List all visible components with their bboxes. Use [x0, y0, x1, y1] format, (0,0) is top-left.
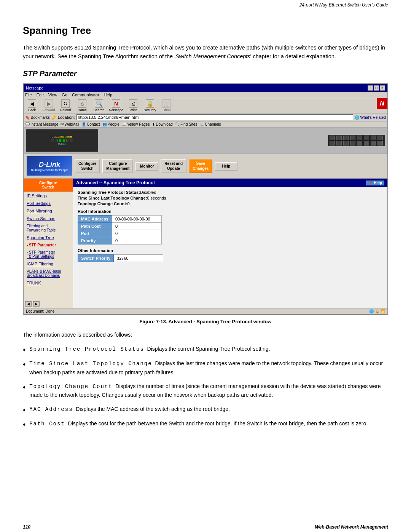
monitor-nav[interactable]: Monitor	[135, 162, 158, 171]
bullet-icon-5: ♦	[23, 420, 25, 428]
titlebar-buttons: − □ ×	[368, 85, 385, 91]
list-item-path-cost: ♦ Path Cost Displays the cost for the pa…	[23, 419, 388, 428]
priority-label: Priority	[78, 237, 112, 244]
menu-edit[interactable]: Edit	[37, 93, 44, 97]
bk-channels[interactable]: 📡Channels	[199, 122, 221, 126]
menu-help[interactable]: Help	[104, 93, 113, 97]
forward-button[interactable]: ▶ Forward	[42, 99, 56, 112]
sidebar: ConfigureSwitch IP Settings Port Setting…	[24, 179, 73, 308]
sidebar-ip-settings[interactable]: IP Settings	[24, 192, 73, 200]
reload-icon: ↻	[61, 99, 70, 108]
menu-go[interactable]: Go	[62, 93, 67, 97]
panel-title: Advanced -- Spanning Tree Protocol	[76, 180, 155, 185]
menu-view[interactable]: View	[48, 93, 57, 97]
dlink-sub-text: Building Networks for People	[31, 169, 68, 171]
menu-file[interactable]: File	[25, 93, 32, 97]
browser-statusbar: Document: Done 🌐 🔒 📶	[24, 308, 387, 314]
home-button[interactable]: ⌂ Home	[75, 99, 89, 112]
bullet-icon-1: ♦	[23, 345, 25, 354]
bk-webmail[interactable]: ✉WebMail	[61, 122, 79, 126]
configure-switch-btn[interactable]: ConfigureSwitch	[24, 179, 73, 192]
description-intro: The information above is described as fo…	[23, 331, 388, 339]
bk-contact[interactable]: 👤Contact	[81, 122, 100, 126]
header-title: 24-port NWay Ethernet Switch User's Guid…	[299, 2, 389, 8]
maximize-button[interactable]: □	[374, 85, 379, 91]
stp-status-line: Spanning Tree Protocol Status:Disabled	[78, 190, 383, 195]
sidebar-filtering[interactable]: Filtering andForwarding Table	[24, 222, 73, 234]
dlink-logo: D-Link Building Networks for People	[27, 156, 72, 176]
address-label: 🔖 Bookmarks	[25, 115, 50, 120]
search-icon: 🔍	[95, 99, 103, 108]
scroll-arrows: ◀ ▶	[24, 300, 41, 308]
browser-window: Netscape − □ × File Edit View Go Communi…	[23, 83, 388, 315]
chapter-title: Spanning Tree	[23, 25, 388, 37]
bk-yellow-pages[interactable]: 📖Yellow Pages	[122, 122, 150, 126]
print-button[interactable]: 🖨 Print	[126, 99, 140, 112]
sidebar-trunk[interactable]: TRUNK	[24, 279, 73, 287]
shop-button[interactable]: 🛒 Shop	[160, 99, 174, 112]
configure-switch-nav[interactable]: ConfigureSwitch	[75, 159, 100, 173]
configure-mgmt-nav[interactable]: ConfigureManagement	[102, 159, 133, 173]
page-header: 24-port NWay Ethernet Switch User's Guid…	[0, 0, 411, 10]
sidebar-switch-settings[interactable]: Switch Settings	[24, 215, 73, 222]
figure-caption: Figure 7-13. Advanced - Spanning Tree Pr…	[23, 319, 388, 324]
topology-change-value: 0 seconds	[147, 196, 166, 200]
search-button[interactable]: 🔍 Search	[92, 99, 106, 112]
save-changes-nav[interactable]: SaveChanges	[189, 159, 212, 173]
menu-communicator[interactable]: Communicator	[72, 93, 99, 97]
other-info-table: Switch Priority 32768	[78, 254, 163, 262]
table-row-priority: Priority 0	[78, 237, 162, 244]
scroll-right[interactable]: ▶	[33, 301, 40, 307]
sidebar-stp-parameter[interactable]: - STP Parameter	[24, 241, 73, 249]
topology-count-line: Topology Change Count:0	[78, 201, 383, 206]
sidebar-spanning-tree[interactable]: Spanning Tree	[24, 234, 73, 241]
bullet-icon-4: ♦	[23, 406, 25, 414]
sidebar-vlans[interactable]: VLANs & MAC-baseBroadcast Domains	[24, 268, 73, 279]
sidebar-port-mirroring[interactable]: Port Mirroring	[24, 207, 73, 215]
bk-download[interactable]: ⬇Download	[152, 122, 172, 126]
reload-button[interactable]: ↻ Reload	[59, 99, 72, 112]
back-icon: ◀	[28, 99, 36, 108]
panel-help-btn[interactable]: ❓ Help	[366, 181, 384, 185]
list-item-topology-change: ♦ Time Since Last Topology Change Displa…	[23, 359, 388, 377]
statusbar-text: Document: Done	[26, 309, 54, 313]
print-icon: 🖨	[129, 99, 137, 108]
security-button[interactable]: 🔒 Security	[143, 99, 157, 112]
close-button[interactable]: ×	[380, 85, 385, 91]
bullet-icon-3: ♦	[23, 383, 25, 391]
list-item-mac-address: ♦ MAC Address Displays the MAC address o…	[23, 405, 388, 414]
minimize-button[interactable]: −	[368, 85, 373, 91]
statusbar-icons: 🌐 🔒 📶	[369, 309, 385, 313]
list-item-topology-count: ♦ Topology Change Count Displays the num…	[23, 382, 388, 399]
bk-instant-message[interactable]: 💬Instant Message	[25, 122, 58, 126]
sidebar-igmp[interactable]: IGMP Filtering	[24, 260, 73, 268]
root-info-table: MAC Address 00-00-00-00-00-00 Path Cost …	[78, 215, 162, 244]
main-panel: Advanced -- Spanning Tree Protocol ❓ Hel…	[73, 179, 387, 308]
panel-content: Spanning Tree Protocol Status:Disabled T…	[73, 187, 387, 265]
sidebar-port-settings[interactable]: Port Settings	[24, 200, 73, 207]
help-nav[interactable]: Help	[215, 162, 237, 171]
netscape-icon: N	[112, 99, 120, 108]
port-panel	[328, 135, 385, 146]
forward-icon: ▶	[45, 99, 53, 108]
table-row-switch-priority: Switch Priority 32768	[78, 255, 163, 262]
browser-title: Netscape	[26, 86, 43, 90]
table-row-port: Port 0	[78, 230, 162, 237]
whats-related[interactable]: 🌐 What's Related	[355, 115, 386, 120]
bk-people[interactable]: 👥People	[102, 122, 119, 126]
back-button[interactable]: ◀ Back	[25, 99, 39, 112]
footer-page-number: 110	[23, 524, 30, 530]
topology-count-value: 0	[127, 201, 130, 206]
topology-change-line: Time Since Last Topology Change:0 second…	[78, 196, 383, 200]
reset-update-nav[interactable]: Reset andUpdate	[161, 159, 186, 173]
address-input[interactable]	[76, 114, 353, 120]
mac-value: 00-00-00-00-00-00	[112, 216, 162, 223]
scroll-left[interactable]: ◀	[25, 301, 32, 307]
intro-paragraph: The Switch supports 801.2d Spanning Tree…	[23, 43, 388, 61]
netscape-button[interactable]: N Netscape	[109, 99, 123, 112]
sidebar-stp-port[interactable]: - STP Parameter & Port Settings	[24, 249, 73, 260]
table-row-pathcost: Path Cost 0	[78, 223, 162, 230]
nav-bar: D-Link Building Networks for People Conf…	[24, 154, 387, 179]
security-icon: 🔒	[146, 99, 154, 108]
bk-find-sites[interactable]: 🔍Find Sites	[175, 122, 197, 126]
